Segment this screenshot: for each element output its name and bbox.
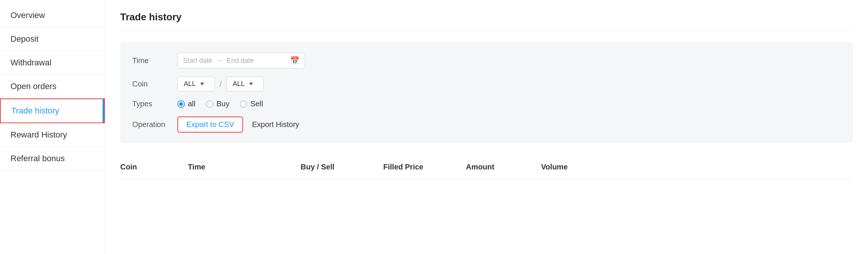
start-date-placeholder: Start date (183, 57, 212, 65)
type-all-label: all (188, 100, 195, 108)
date-range-input[interactable]: Start date ~ End date 📅 (177, 53, 305, 68)
coin-right-chevron-icon (249, 83, 253, 85)
sidebar-item-label: Withdrawal (11, 58, 51, 68)
types-filter-row: Types all Buy Sell (132, 100, 841, 108)
sidebar-item-label: Referral bonus (11, 154, 65, 163)
operation-buttons: Export to CSV Export History (177, 116, 301, 133)
export-history-button[interactable]: Export History (251, 117, 301, 132)
sidebar-item-label: Trade history (11, 106, 59, 116)
th-coin: Coin (120, 163, 188, 171)
sidebar-item-open-orders[interactable]: Open orders (0, 75, 105, 98)
type-all-radio[interactable] (177, 100, 185, 108)
time-filter-row: Time Start date ~ End date 📅 (132, 53, 841, 68)
type-buy-label: Buy (216, 100, 229, 108)
time-label: Time (132, 56, 177, 65)
calendar-icon[interactable]: 📅 (290, 56, 299, 65)
coin-selects: ALL / ALL (177, 77, 264, 91)
type-all-option[interactable]: all (177, 100, 195, 108)
types-radio-group: all Buy Sell (177, 100, 263, 108)
table-header: Coin Time Buy / Sell Filled Price Amount… (120, 155, 853, 179)
filter-panel: Time Start date ~ End date 📅 Coin ALL / … (120, 42, 853, 143)
main-content: Trade history Time Start date ~ End date… (105, 0, 868, 254)
coin-left-value: ALL (184, 80, 196, 88)
operation-label: Operation (132, 120, 177, 129)
page-title: Trade history (120, 11, 853, 31)
types-label: Types (132, 100, 177, 108)
coin-slash: / (219, 79, 222, 89)
sidebar: Overview Deposit Withdrawal Open orders … (0, 0, 105, 254)
th-time: Time (188, 163, 301, 171)
sidebar-item-overview[interactable]: Overview (0, 4, 105, 27)
th-volume: Volume (541, 163, 853, 171)
sidebar-item-referral-bonus[interactable]: Referral bonus (0, 147, 105, 171)
sidebar-item-label: Open orders (11, 82, 56, 91)
type-sell-label: Sell (250, 100, 263, 108)
th-buy-sell: Buy / Sell (301, 163, 383, 171)
sidebar-item-label: Overview (11, 11, 45, 20)
type-sell-radio[interactable] (240, 100, 247, 108)
coin-left-chevron-icon (200, 83, 204, 85)
export-csv-button[interactable]: Export to CSV (177, 116, 243, 133)
sidebar-item-trade-history[interactable]: Trade history (0, 98, 105, 123)
coin-left-select[interactable]: ALL (177, 77, 215, 91)
sidebar-item-label: Reward History (11, 130, 67, 140)
coin-right-select[interactable]: ALL (226, 77, 264, 91)
type-sell-option[interactable]: Sell (240, 100, 263, 108)
coin-right-value: ALL (233, 80, 245, 88)
sidebar-item-withdrawal[interactable]: Withdrawal (0, 51, 105, 75)
type-buy-radio[interactable] (206, 100, 213, 108)
th-filled-price: Filled Price (383, 163, 466, 171)
sidebar-item-label: Deposit (11, 34, 39, 44)
th-amount: Amount (466, 163, 541, 171)
coin-filter-row: Coin ALL / ALL (132, 77, 841, 91)
sidebar-item-deposit[interactable]: Deposit (0, 27, 105, 51)
sidebar-item-reward-history[interactable]: Reward History (0, 123, 105, 147)
type-buy-option[interactable]: Buy (206, 100, 229, 108)
date-tilde: ~ (218, 57, 222, 65)
coin-label: Coin (132, 80, 177, 88)
operation-filter-row: Operation Export to CSV Export History (132, 116, 841, 133)
end-date-placeholder: End date (227, 57, 254, 65)
